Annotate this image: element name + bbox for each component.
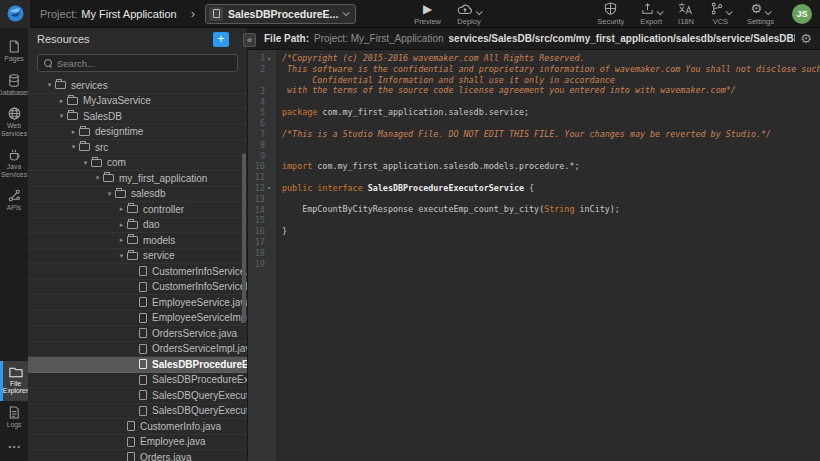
tree-file-item[interactable]: OrdersServiceImpl.java (28, 342, 247, 358)
preview-button[interactable]: ▶ Preview (414, 2, 441, 26)
gutter-line (248, 75, 274, 86)
tree-file-item[interactable]: OrdersService.java (28, 326, 247, 342)
line-number: 16 (255, 226, 265, 236)
tree-folder-item[interactable]: ▾SalesDB (28, 109, 247, 125)
tree-folder-item[interactable]: ▸models (28, 233, 247, 249)
chevron-down-icon[interactable]: ▾ (92, 174, 103, 182)
search-input[interactable] (57, 58, 231, 69)
project-label: Project: (40, 8, 77, 20)
tree-file-item[interactable]: CustomerInfoServiceImpl.java (28, 280, 247, 296)
export-button[interactable]: Export (640, 2, 662, 26)
editor-settings-gear-icon[interactable]: ⚙ (800, 31, 812, 46)
tree-file-item[interactable]: SalesDBProcedureExecutorService.java (28, 357, 247, 373)
chevron-right-icon[interactable]: ▸ (68, 128, 79, 136)
tree-folder-item[interactable]: ▸designtime (28, 125, 247, 141)
code-line (282, 247, 820, 258)
tree-folder-item[interactable]: ▾salesdb (28, 187, 247, 203)
vcs-button[interactable]: VCS (710, 2, 731, 26)
sidebar-item-databases[interactable]: Databases (0, 69, 28, 103)
left-rail-bottom: File Explorer Logs ••• (0, 361, 28, 461)
chevron-down-icon[interactable]: ▾ (80, 159, 91, 167)
fold-marker-icon[interactable]: ▾ (265, 184, 273, 191)
deploy-button[interactable]: Deploy (457, 2, 481, 26)
tree-item-label: salesdb (131, 188, 247, 199)
tree-folder-item[interactable]: ▸MyJavaService (28, 94, 247, 110)
more-options-icon[interactable]: ••• (0, 434, 28, 461)
left-icon-rail: Pages Databases Web Services Java Servic… (0, 28, 28, 461)
sidebar-item-logs[interactable]: Logs (0, 401, 28, 435)
tree-folder-item[interactable]: ▾services (28, 78, 247, 94)
chevron-down-icon[interactable] (726, 8, 733, 15)
tree-file-item[interactable]: Employee.java (28, 435, 247, 451)
tree-item-label: src (95, 142, 247, 153)
resources-search-box[interactable] (37, 54, 238, 72)
chevron-right-icon[interactable]: ▸ (116, 236, 127, 244)
i18n-button[interactable]: I18N (678, 2, 694, 26)
sidebar-item-label: Pages (4, 55, 23, 63)
chevron-down-icon[interactable]: ▾ (56, 112, 67, 120)
settings-button[interactable]: ⚙ Settings (747, 2, 774, 26)
file-icon (139, 359, 147, 369)
security-label: Security (597, 17, 624, 26)
sidebar-item-apis[interactable]: APIs (0, 184, 28, 218)
tree-file-item[interactable]: EmployeeServiceImpl.java (28, 311, 247, 327)
line-number: 8 (260, 140, 265, 150)
tree-item-label: SalesDBQueryExecutorServiceImpl.java (152, 405, 247, 416)
open-file-tab[interactable]: SalesDBProcedureE... (205, 4, 356, 24)
translate-icon (678, 2, 693, 15)
editor-code[interactable]: /*Copyright (c) 2015-2016 wavemaker.com … (275, 50, 820, 461)
tree-item-label: OrdersServiceImpl.java (152, 343, 247, 354)
add-resource-button[interactable]: + (213, 32, 229, 47)
gutter-line: 4 (248, 96, 274, 107)
tree-item-label: dao (143, 219, 247, 230)
export-icon (641, 2, 654, 15)
tree-item-label: services (71, 80, 247, 91)
tree-file-item[interactable]: SalesDBQueryExecutorService.java (28, 388, 247, 404)
sidebar-item-file-explorer[interactable]: File Explorer (0, 361, 28, 401)
file-icon (209, 7, 223, 21)
file-icon (139, 344, 147, 354)
app-logo[interactable] (0, 0, 30, 28)
chevron-down-icon[interactable] (656, 8, 663, 15)
chevron-down-icon[interactable]: ▾ (44, 81, 55, 89)
sidebar-item-web-services[interactable]: Web Services (0, 102, 28, 143)
line-number: 13 (255, 194, 265, 204)
tree-folder-item[interactable]: ▸dao (28, 218, 247, 234)
sidebar-item-pages[interactable]: Pages (0, 35, 28, 69)
code-editor[interactable]: 1▾23456789101112▾13141516171819 /*Copyri… (248, 50, 820, 461)
chevron-down-icon[interactable]: ▾ (68, 143, 79, 151)
line-number: 18 (255, 248, 265, 258)
file-icon (127, 452, 135, 461)
tree-scrollbar[interactable] (242, 153, 246, 323)
chevron-right-icon[interactable]: ▸ (116, 205, 127, 213)
chevron-down-icon[interactable] (343, 9, 350, 16)
security-button[interactable]: Security (597, 2, 624, 26)
chevron-right-icon[interactable]: ▸ (56, 97, 67, 105)
tree-folder-item[interactable]: ▸controller (28, 202, 247, 218)
fold-marker-icon[interactable]: ▾ (265, 55, 273, 62)
shield-icon (604, 2, 617, 15)
tree-file-item[interactable]: EmployeeService.java (28, 295, 247, 311)
tree-file-item[interactable]: CustomerInfo.java (28, 419, 247, 435)
chevron-down-icon[interactable]: ▾ (116, 252, 127, 260)
tree-folder-item[interactable]: ▾service (28, 249, 247, 265)
tree-file-item[interactable]: SalesDBProcedureExecutorServiceImpl.java (28, 373, 247, 389)
tree-file-item[interactable]: Orders.java (28, 450, 247, 461)
file-icon (139, 266, 147, 276)
tree-file-item[interactable]: CustomerInfoService.java (28, 264, 247, 280)
chevron-down-icon[interactable]: ▾ (104, 190, 115, 198)
tree-file-item[interactable]: SalesDBQueryExecutorServiceImpl.java (28, 404, 247, 420)
chevron-down-icon[interactable] (476, 8, 483, 15)
tree-folder-item[interactable]: ▾com (28, 156, 247, 172)
tree-folder-item[interactable]: ▾my_first_application (28, 171, 247, 187)
collapse-panel-button[interactable]: « (243, 33, 256, 47)
sidebar-item-java-services[interactable]: Java Services (0, 143, 28, 184)
tree-item-label: my_first_application (119, 173, 247, 184)
tree-item-label: SalesDBProcedureExecutorServiceImpl.java (152, 374, 247, 385)
chevron-down-icon[interactable] (765, 8, 772, 15)
chevron-right-icon[interactable]: ▸ (116, 221, 127, 229)
tree-folder-item[interactable]: ▾src (28, 140, 247, 156)
user-avatar[interactable]: JS (792, 4, 812, 24)
tree-item-label: service (143, 250, 247, 261)
gutter-line: 14 (248, 204, 274, 215)
